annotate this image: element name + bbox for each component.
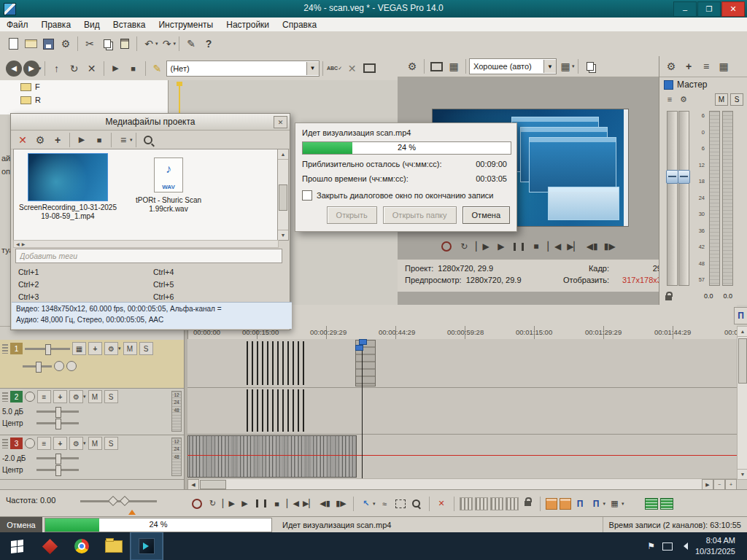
fader-mode-icon[interactable] [664,93,676,105]
track-mute-button[interactable]: M [123,342,137,355]
up-one-level-button[interactable] [48,60,66,77]
scroll-down-icon[interactable]: ▼ [738,469,747,479]
maximize-button[interactable] [697,1,721,17]
redo-button[interactable] [158,35,176,52]
track-phase-button[interactable] [37,390,51,403]
timeline-vertical-scrollbar[interactable]: ▲ ▼ [737,326,747,480]
copy-snapshot-button[interactable] [581,58,599,75]
checkbox-unchecked[interactable] [302,190,312,201]
close-on-finish-option[interactable]: Закрыть диалоговое окно по окончанию зап… [302,190,494,201]
enable-snapping-button[interactable] [460,497,473,510]
track-settings-button[interactable] [69,390,83,403]
new-project-button[interactable] [4,35,22,52]
menu-insert[interactable]: Вставка [107,18,152,31]
selection-tool-button[interactable] [394,497,408,511]
zoom-out-button[interactable]: − [713,479,725,490]
frequency-slider[interactable] [80,500,157,502]
play-button[interactable]: ▶ [238,497,252,511]
snap-to-grid-button[interactable] [475,497,488,510]
undo-button[interactable] [140,35,158,52]
remove-media-button[interactable] [14,131,31,149]
track-header-2[interactable]: 2 ▾ M S 5.0 дБ Центр 12 24 48 [0,388,184,435]
scroll-up-icon[interactable]: ▲ [738,327,747,337]
open-file-button[interactable]: Открыть [327,206,377,224]
loop-playback-button[interactable]: ↻ [206,497,220,511]
tree-item[interactable]: R [0,93,168,106]
fader-track-right[interactable] [678,111,689,286]
slider-diamond[interactable] [120,496,130,506]
open-folder-button[interactable]: Открыть папку [383,206,457,224]
pause-button[interactable] [254,497,268,511]
track-motion-button[interactable] [72,342,86,355]
cut-button[interactable] [81,35,98,52]
edit-tool-dropdown[interactable]: ▾ [373,501,376,507]
stop-preview-button[interactable] [125,60,142,77]
forward-button[interactable]: ▶ [23,61,39,77]
insert-region-button[interactable] [560,498,571,510]
scroll-up-icon[interactable]: ▲ [278,149,288,160]
split-screen-button[interactable] [445,58,462,75]
event-tools-dropdown[interactable]: ▾ [622,501,624,507]
combo-arrow-icon[interactable]: ▼ [306,62,319,75]
track-pan-slider[interactable] [36,469,79,471]
open-button[interactable] [22,35,39,52]
preview-quality-combo[interactable]: Хорошее (авто) ▼ [469,58,557,74]
pause-button[interactable] [513,240,525,253]
lock-envelopes-button[interactable] [521,497,535,511]
copy-button[interactable] [98,35,116,52]
media-window-titlebar[interactable]: Медиафайлы проекта ✕ [11,114,290,131]
master-mute-button[interactable]: M [715,93,728,106]
external-monitor-button[interactable] [427,58,445,75]
timeline-track-1[interactable] [187,339,737,388]
search-icon[interactable] [139,131,157,149]
import-media-button[interactable] [49,131,66,149]
timeline-track-3[interactable] [187,434,737,478]
track-header-3[interactable]: 3 ▾ M S -2.0 дБ Центр 12 24 48 [0,435,184,480]
menu-options[interactable]: Настройки [220,18,276,31]
save-button[interactable] [39,35,57,52]
track-solo-button[interactable]: S [104,390,118,403]
media-item[interactable]: ScreenRecording_10-31-2025 19-08-59_1.mp… [17,153,119,220]
record-button[interactable] [190,497,204,511]
previous-frame-button[interactable]: ◀▮ [587,240,598,253]
track-fx-button[interactable] [88,342,102,355]
language-flag-icon[interactable]: ⚑ [647,541,655,551]
menu-edit[interactable]: Правка [35,18,78,31]
scrollbar-thumb[interactable] [279,184,287,211]
track-settings-dropdown[interactable]: ▾ [83,440,86,446]
edit-cursor[interactable] [362,339,363,478]
abc-check-button[interactable]: ABC✓ [326,60,344,77]
refresh-button[interactable] [66,60,83,77]
track-fade-slider[interactable] [25,348,70,350]
automation-icon[interactable] [66,361,77,371]
combo-arrow-icon[interactable]: ▼ [543,60,556,73]
taskbar-clock[interactable]: 8:04 AM 10/31/2025 [695,535,740,557]
cancel-render-button[interactable]: Отмена [462,206,510,224]
volume-tray-icon[interactable] [680,542,688,550]
slider-diamond[interactable] [108,496,118,506]
menu-tools[interactable]: Инструменты [152,18,220,31]
zoom-tool-button[interactable] [410,497,424,511]
zoom-in-button[interactable]: + [725,479,737,490]
tree-item[interactable]: F [0,80,168,93]
go-to-start-button[interactable]: ▏◀ [548,240,561,253]
open-video-scopes-button[interactable] [660,498,673,510]
track-fx-button[interactable] [53,390,67,403]
record-button[interactable] [441,240,452,253]
menu-view[interactable]: Вид [77,18,107,31]
track-number[interactable]: 1 [10,343,23,354]
track-phase-button[interactable] [37,437,51,450]
mixer-layout-button[interactable] [715,58,732,75]
cursor-handle[interactable] [359,339,367,345]
timeline-horizontal-scrollbar[interactable]: ◀ ▶ − + [187,478,737,490]
taskbar-app-explorer[interactable] [98,532,130,560]
track-number[interactable]: 2 [10,391,23,402]
paste-button[interactable] [116,35,133,52]
scroll-right-icon[interactable]: ▶ [702,479,713,490]
status-cancel-button[interactable]: Отмена [0,517,42,533]
track-level-slider[interactable] [23,365,52,368]
insert-command-marker-button[interactable]: П [573,497,587,511]
go-to-start-button[interactable]: ▏◀ [286,497,300,511]
track-volume-slider[interactable] [36,411,79,413]
taskbar-app-vegas-legacy[interactable] [34,532,66,560]
